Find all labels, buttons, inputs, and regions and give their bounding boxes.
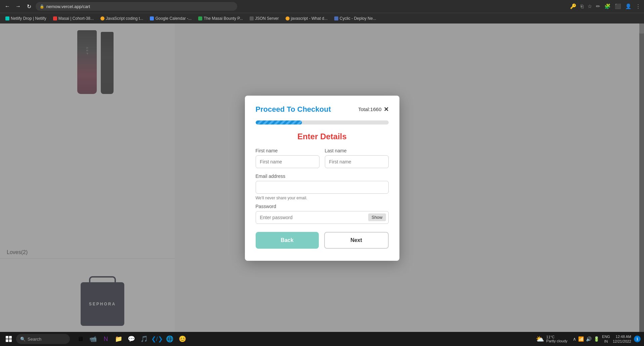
weather-desc: Partly cloudy <box>546 339 567 343</box>
back-button[interactable]: ← <box>3 3 11 9</box>
modal-header: Proceed To Checkout Total:1660 ✕ <box>256 105 389 114</box>
share-icon[interactable]: ⎗ <box>581 3 584 9</box>
bookmarks-bar: Netlify Drop | Netlify Masai | Cohort-38… <box>0 13 644 23</box>
tablet-icon[interactable]: ⬛ <box>615 3 621 9</box>
bookmark-gcal[interactable]: Google Calendar -... <box>147 15 194 21</box>
taskbar-app-desktop[interactable]: 🖥 <box>75 333 86 345</box>
whatsapp-icon: 💬 <box>128 335 135 343</box>
bookmark-favicon <box>334 16 338 20</box>
menu-icon[interactable]: ⋮ <box>636 3 641 9</box>
date-display: 12/21/2022 <box>613 339 631 344</box>
bookmark-label: Cyclic - Deploy Ne... <box>340 16 376 21</box>
star-icon[interactable]: ☆ <box>588 3 592 9</box>
taskbar-system-icons: ∧ 📶 🔊 🔋 <box>573 336 599 342</box>
bookmark-favicon <box>198 16 202 20</box>
back-button[interactable]: Back <box>256 232 319 249</box>
lock-icon: 🔒 <box>40 4 44 9</box>
weather-widget: ⛅ 11°C Partly cloudy <box>533 335 570 343</box>
page-content: SEP Loves(2) SEPHORA Proceed To Checkout… <box>0 23 644 333</box>
bookmark-label: Netlify Drop | Netlify <box>11 16 46 21</box>
network-icon[interactable]: 📶 <box>578 336 584 342</box>
weather-icon: ⛅ <box>536 335 544 343</box>
weather-temp: 11°C <box>546 335 567 339</box>
form-subtitle: Enter Details <box>256 132 389 141</box>
password-group: Password Show <box>256 204 389 224</box>
bookmark-label: The Masai Bounty P... <box>204 16 243 21</box>
bookmark-favicon <box>250 16 254 20</box>
bookmark-js-coding[interactable]: JavaScript coding t... <box>98 15 146 21</box>
taskbar-app-spotify[interactable]: 🎵 <box>138 333 150 345</box>
language-indicator: ENG IN <box>602 334 610 344</box>
edit-icon[interactable]: ✏ <box>596 3 600 9</box>
last-name-label: Last name <box>325 148 389 153</box>
bookmark-favicon <box>150 16 154 20</box>
spotify-icon: 🎵 <box>140 335 148 343</box>
bookmark-label: Masai | Cohort-38... <box>58 16 94 21</box>
address-bar[interactable]: 🔒 nemow.vercel.app/cart <box>36 2 237 11</box>
vscode-icon: ❮/❯ <box>151 335 163 343</box>
bookmark-json-server[interactable]: JSON Server <box>247 15 282 21</box>
last-name-group: Last name <box>325 148 389 168</box>
bookmark-masai-bounty[interactable]: The Masai Bounty P... <box>196 15 246 21</box>
total-text: Total:1660 <box>358 106 381 112</box>
modal-total-close: Total:1660 ✕ <box>358 106 388 113</box>
taskbar-app-meet[interactable]: 📹 <box>87 333 99 345</box>
show-password-button[interactable]: Show <box>368 213 386 221</box>
start-button[interactable] <box>3 334 14 344</box>
last-name-input[interactable] <box>325 155 389 168</box>
bookmark-label: JavaScript coding t... <box>106 16 143 21</box>
taskbar-app-whatsapp[interactable]: 💬 <box>126 333 137 345</box>
progress-bar-container <box>256 120 389 125</box>
desktop-icon: 🖥 <box>77 336 83 343</box>
taskbar-app-vscode[interactable]: ❮/❯ <box>151 333 163 345</box>
profile-icon[interactable]: 👤 <box>625 3 632 9</box>
bookmark-favicon <box>286 16 290 20</box>
forward-button[interactable]: → <box>14 3 22 9</box>
button-row: Back Next <box>256 232 389 249</box>
taskbar-app-profile[interactable]: 😊 <box>177 333 188 345</box>
taskbar-app-onenote[interactable]: N <box>100 333 112 345</box>
bookmark-js-what[interactable]: javascript - What d... <box>283 15 330 21</box>
taskbar-search[interactable]: 🔍 Search <box>16 334 70 344</box>
close-button[interactable]: ✕ <box>384 106 389 113</box>
taskbar-right: ⛅ 11°C Partly cloudy ∧ 📶 🔊 🔋 ENG IN 12:4… <box>533 334 641 344</box>
bookmark-cyclic[interactable]: Cyclic - Deploy Ne... <box>332 15 379 21</box>
notification-icon[interactable]: 1 <box>634 336 641 342</box>
browser-chrome: ← → ↻ 🔒 nemow.vercel.app/cart 🔑 ⎗ ☆ ✏ 🧩 … <box>0 0 644 13</box>
extensions-icon[interactable]: 🧩 <box>604 3 611 9</box>
email-input[interactable] <box>256 181 389 194</box>
volume-icon[interactable]: 🔊 <box>586 336 592 342</box>
first-name-label: First name <box>256 148 319 153</box>
checkout-modal: Proceed To Checkout Total:1660 ✕ Enter D… <box>245 96 399 261</box>
url-text: nemow.vercel.app/cart <box>46 4 90 9</box>
next-button[interactable]: Next <box>324 232 389 249</box>
meet-icon: 📹 <box>89 335 97 343</box>
password-wrapper: Show <box>256 211 389 224</box>
chevron-up-icon[interactable]: ∧ <box>573 336 576 342</box>
email-label: Email address <box>256 174 389 179</box>
profile-pic-icon: 😊 <box>179 335 186 343</box>
progress-bar-fill <box>256 120 302 125</box>
search-label: Search <box>28 337 41 342</box>
reload-button[interactable]: ↻ <box>25 3 33 10</box>
taskbar-apps: 🖥 📹 N 📁 💬 🎵 ❮/❯ 🌐 😊 <box>75 333 188 345</box>
bookmark-label: Google Calendar -... <box>155 16 191 21</box>
first-name-input[interactable] <box>256 155 319 168</box>
name-row: First name Last name <box>256 148 389 168</box>
bookmark-masai[interactable]: Masai | Cohort-38... <box>50 15 96 21</box>
first-name-group: First name <box>256 148 319 168</box>
modal-overlay: Proceed To Checkout Total:1660 ✕ Enter D… <box>0 23 644 333</box>
files-icon: 📁 <box>115 335 122 343</box>
key-icon[interactable]: 🔑 <box>570 3 576 9</box>
taskbar-app-files[interactable]: 📁 <box>113 333 124 345</box>
bookmark-favicon <box>100 16 104 20</box>
bookmark-netlify[interactable]: Netlify Drop | Netlify <box>3 15 49 21</box>
email-hint: We'll never share your email. <box>256 196 389 200</box>
clock: 12:48 AM 12/21/2022 <box>613 334 631 344</box>
bookmark-label: JSON Server <box>255 16 279 21</box>
email-group: Email address <box>256 174 389 194</box>
battery-icon[interactable]: 🔋 <box>594 336 599 342</box>
chrome-icon: 🌐 <box>166 335 173 343</box>
onenote-icon: N <box>104 336 108 343</box>
taskbar-app-chrome[interactable]: 🌐 <box>164 333 175 345</box>
